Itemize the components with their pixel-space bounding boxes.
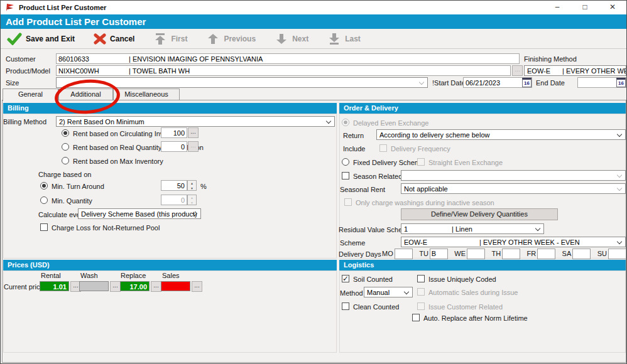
day-input-tu[interactable] xyxy=(430,249,448,259)
maximize-icon[interactable]: □ xyxy=(571,1,599,14)
end-date-calendar-icon[interactable]: 16 xyxy=(616,78,626,87)
product-browse-button[interactable]: ... xyxy=(512,65,523,76)
straight-even-exchange-label: Straight Even Exchange xyxy=(428,159,503,166)
save-and-exit-button[interactable]: Save and Exit xyxy=(7,33,75,45)
radio-fixed-delivery-scheme[interactable] xyxy=(342,158,349,166)
min-turn-spinner[interactable]: ▲ ▼ xyxy=(187,180,197,191)
delivery-days-row: MO TU WE TH FR SA SU xyxy=(382,248,626,259)
chevron-down-icon xyxy=(617,239,622,244)
method-label: Method xyxy=(340,289,363,297)
issue-customer-related-checkbox[interactable] xyxy=(417,302,425,310)
size-select[interactable] xyxy=(56,77,428,88)
charge-loss-label: Charge Loss for Not-Returned Pool xyxy=(52,224,160,232)
logistics-header: Logistics xyxy=(339,260,626,270)
season-related-select[interactable] xyxy=(401,170,626,181)
day-input-su[interactable] xyxy=(608,249,626,259)
return-select[interactable]: According to delivery scheme below xyxy=(376,129,626,140)
day-group-fr: FR xyxy=(527,249,556,259)
sales-browse-button[interactable]: ... xyxy=(192,281,202,292)
wash-price-field[interactable] xyxy=(79,281,109,291)
next-button[interactable]: Next xyxy=(275,33,308,45)
seasonal-rent-select[interactable]: Not applicable xyxy=(401,183,626,194)
radio-delayed-even-exchange[interactable] xyxy=(342,119,349,126)
minimize-icon[interactable]: – xyxy=(543,1,571,14)
page-title: Add Product List Per Customer xyxy=(1,14,626,29)
start-date-label: !Start Date xyxy=(432,79,466,87)
finishing-method-select[interactable]: EOW-E | EVERY OTHER WEEK xyxy=(524,65,626,76)
day-input-th[interactable] xyxy=(502,249,520,259)
rental-price-field[interactable]: 1.01 xyxy=(40,281,69,291)
tab-miscellaneous[interactable]: Miscellaneous xyxy=(113,88,180,100)
radio-rent-real-qty[interactable] xyxy=(62,143,69,151)
customer-field[interactable]: 86010633 | ENVISION IMAGING OF PENNSYLVA… xyxy=(56,53,520,64)
min-turn-around-field[interactable]: 50 xyxy=(161,180,187,191)
straight-even-exchange-checkbox[interactable] xyxy=(417,158,425,166)
season-related-checkbox[interactable] xyxy=(342,172,349,179)
product-model-field[interactable]: NIXHC00WH | TOWEL BATH WH xyxy=(56,65,511,76)
scheme-select[interactable]: EOW-E | EVERY OTHER WEEK - EVEN xyxy=(401,237,626,247)
replace-browse-button[interactable]: ... xyxy=(151,281,161,292)
method-select[interactable]: Manual xyxy=(364,287,413,297)
chevron-down-icon xyxy=(419,80,424,85)
day-input-mo[interactable] xyxy=(395,249,413,259)
product-model-label: Product/Model xyxy=(6,67,50,75)
billing-method-select[interactable]: 2) Rent Based On Minimum xyxy=(56,116,335,127)
charge-loss-checkbox[interactable] xyxy=(40,223,48,231)
spinner-down-icon: ▼ xyxy=(188,186,196,191)
billing-method-label: Billing Method xyxy=(3,118,46,126)
soil-counted-checkbox[interactable] xyxy=(342,275,349,282)
include-label: Include xyxy=(343,145,365,153)
define-view-delivery-quantities-button[interactable]: Define/View Delivery Quantities xyxy=(401,208,558,220)
chevron-down-icon xyxy=(404,289,409,294)
circulating-browse-button[interactable]: ... xyxy=(188,127,199,138)
delivery-frequency-checkbox[interactable] xyxy=(379,144,387,152)
tab-general[interactable]: General xyxy=(3,88,58,101)
order-delivery-header: Order & Delivery xyxy=(339,103,626,114)
spinner-up-icon: ▲ xyxy=(188,181,196,186)
day-input-sa[interactable] xyxy=(572,249,591,259)
billing-header: Billing xyxy=(3,103,337,114)
circulating-value-field[interactable]: 100 xyxy=(161,127,187,138)
finishing-method-label: Finishing Method xyxy=(524,55,577,63)
last-button[interactable]: Last xyxy=(327,33,361,45)
day-input-we[interactable] xyxy=(467,249,485,259)
calculate-every-select[interactable]: Delivery Scheme Based (this product) xyxy=(78,208,201,219)
radio-min-quantity[interactable] xyxy=(40,196,48,204)
tab-additional[interactable]: Additional xyxy=(58,88,113,100)
radio-rent-max-inventory[interactable] xyxy=(62,157,69,164)
spinner-down-icon: ▼ xyxy=(188,200,196,205)
chevron-down-icon xyxy=(617,132,622,137)
automatic-sales-checkbox[interactable] xyxy=(417,288,425,296)
rent-max-inventory-label: Rent based on Max Inventory xyxy=(73,158,163,165)
min-quantity-field[interactable]: 0 xyxy=(161,195,187,205)
day-input-fr[interactable] xyxy=(537,249,555,259)
radio-rent-circulating[interactable] xyxy=(62,129,69,137)
delayed-even-exchange-label: Delayed Even Exchange xyxy=(353,119,428,127)
issue-customer-related-label: Issue Customer Related xyxy=(428,303,503,311)
cancel-button[interactable]: Cancel xyxy=(94,33,134,45)
sales-price-field[interactable] xyxy=(161,281,190,291)
real-qty-browse-button[interactable]: ... xyxy=(188,141,199,152)
auto-replace-checkbox[interactable] xyxy=(412,314,420,321)
delivery-days-label: Delivery Days xyxy=(339,250,381,258)
price-col-replace: Replace xyxy=(121,272,146,279)
residual-value-scheme-select[interactable]: 1 | Linen xyxy=(401,223,544,234)
real-qty-value-field[interactable]: 0 xyxy=(161,141,187,152)
size-label: Size xyxy=(6,79,19,87)
clean-counted-checkbox[interactable] xyxy=(342,302,349,310)
min-quantity-spinner[interactable]: ▲ ▼ xyxy=(187,195,197,205)
window-title: Product List Per Customer xyxy=(19,4,106,11)
replace-price-field[interactable]: 17.00 xyxy=(120,281,150,291)
first-icon xyxy=(153,33,167,45)
previous-button[interactable]: Previous xyxy=(206,33,256,45)
customer-label: Customer xyxy=(6,55,36,63)
end-date-label: End Date xyxy=(536,79,565,87)
close-icon[interactable]: ✕ xyxy=(599,1,626,14)
start-date-calendar-icon[interactable]: 16 xyxy=(522,78,532,87)
radio-min-turn-around[interactable] xyxy=(40,182,48,190)
first-button[interactable]: First xyxy=(153,33,187,45)
chevron-down-icon xyxy=(326,119,331,124)
wash-browse-button[interactable]: ... xyxy=(110,281,121,292)
only-charge-washings-checkbox[interactable] xyxy=(344,198,352,206)
issue-uniquely-coded-checkbox[interactable] xyxy=(417,275,425,282)
